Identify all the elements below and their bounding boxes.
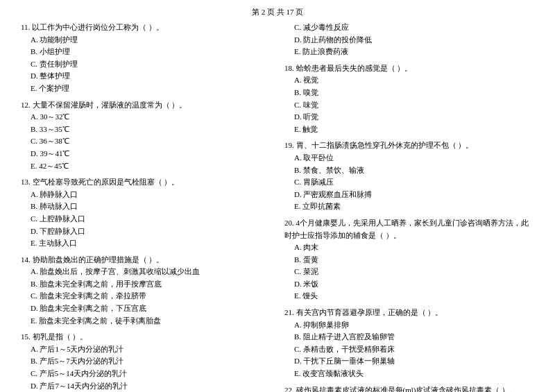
- option-row: E. 触觉: [294, 123, 534, 136]
- option-row: C. 胎盘未完全剥离之前，牵拉脐带: [31, 290, 271, 302]
- question-title-q11: 11. 以工作为中心进行岗位分工称为（ ）。: [21, 22, 271, 34]
- options-qr21: A. 抑制卵巢排卵B. 阻止精子进入宫腔及输卵管C. 杀精击败，干扰受精卵着床D…: [294, 319, 534, 380]
- question-block-qr20: 20. 4个月健康婴儿，先采用人工晒养，家长到儿童门诊咨询晒养方法，此时护士应指…: [284, 217, 534, 302]
- question-title-q12: 12. 大量不保留灌肠时，灌肠液的温度常为（ ）。: [21, 99, 271, 112]
- question-title-q13: 13. 空气栓塞导致死亡的原因是气栓阻塞（ ）。: [21, 176, 271, 189]
- question-block-q13: 13. 空气栓塞导致死亡的原因是气栓阻塞（ ）。A. 肺静脉入口B. 肺动脉入口…: [21, 176, 271, 250]
- option-row: D. 产后7～14天内分泌的乳汁: [31, 380, 271, 392]
- option-row: A. 肉末: [294, 241, 534, 254]
- option-row: E. 个案护理: [31, 83, 271, 95]
- right-column: C. 减少毒性反应D. 防止药物的投价降低E. 防止浪费药液18. 蛤蚧患者最后…: [284, 22, 534, 392]
- left-column: 11. 以工作为中心进行岗位分工称为（ ）。A. 功能制护理B. 小组护理C. …: [21, 22, 271, 392]
- option-row: D. 39～41℃: [31, 148, 271, 160]
- option-row: D. 米饭: [294, 278, 534, 291]
- option-row: C. 胃肠减压: [294, 176, 534, 189]
- option-row: C. 产后5～14天内分泌的乳汁: [31, 368, 271, 380]
- question-title-q14: 14. 协助胎盘娩出的正确护理措施是（ ）。: [21, 254, 271, 266]
- page-footer: 第 2 页 共 17 页: [21, 7, 534, 17]
- option-row: D. 胎盘未完全剥离之前，下压宫底: [31, 302, 271, 315]
- option-row: C. 味觉: [294, 99, 534, 112]
- options-q12: A. 30～32℃B. 33～35℃C. 36～38℃D. 39～41℃E. 4…: [31, 111, 271, 172]
- question-block-q15: 15. 初乳是指（ ）。A. 产后1～5天内分泌的乳汁B. 产后5～7天内分泌的…: [21, 331, 271, 392]
- option-row: B. 阻止精子进入宫腔及输卵管: [294, 331, 534, 343]
- question-title-qr20: 20. 4个月健康婴儿，先采用人工晒养，家长到儿童门诊咨询晒养方法，此时护士应指…: [284, 217, 534, 241]
- option-row: C. 杀精击败，干扰受精卵着床: [294, 343, 534, 356]
- question-block-qr18: 18. 蛤蚧患者最后失失的感觉是（ ）。A. 视觉B. 嗅觉C. 味觉D. 听觉…: [284, 62, 534, 136]
- options-q14: A. 胎盘娩出后，按摩子宫、刺激其收缩以减少出血B. 胎盘未完全剥离之前，用手按…: [31, 266, 271, 327]
- options-q11: A. 功能制护理B. 小组护理C. 责任制护理D. 整体护理E. 个案护理: [31, 34, 271, 95]
- option-row: C. 责任制护理: [31, 58, 271, 71]
- option-row: D. 下腔静脉入口: [31, 225, 271, 238]
- option-row: A. 抑制卵巢排卵: [294, 319, 534, 332]
- option-row: A. 肺静脉入口: [31, 189, 271, 201]
- question-block-qr21: 21. 有关宫内节育器避孕原理，正确的是（ ）。A. 抑制卵巢排卵B. 阻止精子…: [284, 307, 534, 380]
- question-title-qr21: 21. 有关宫内节育器避孕原理，正确的是（ ）。: [284, 307, 534, 319]
- option-row: E. 主动脉入口: [31, 237, 271, 250]
- option-row: B. 胎盘未完全剥离之前，用手按摩宫底: [31, 278, 271, 291]
- option-row: D. 干扰下丘脑一垂体一卵巢轴: [294, 355, 534, 368]
- options-q15: A. 产后1～5天内分泌的乳汁B. 产后5～7天内分泌的乳汁C. 产后5～14天…: [31, 343, 271, 392]
- option-row: E. 防止浪费药液: [294, 46, 534, 58]
- option-row: A. 取平卧位: [294, 152, 534, 164]
- option-row: C. 减少毒性反应: [294, 22, 534, 34]
- question-title-qr18: 18. 蛤蚧患者最后失失的感觉是（ ）。: [284, 62, 534, 75]
- question-block-qr17c: C. 减少毒性反应D. 防止药物的投价降低E. 防止浪费药液: [284, 22, 534, 58]
- option-row: D. 听觉: [294, 111, 534, 123]
- question-title-q15: 15. 初乳是指（ ）。: [21, 331, 271, 343]
- option-row: A. 视觉: [294, 74, 534, 87]
- question-block-q11: 11. 以工作为中心进行岗位分工称为（ ）。A. 功能制护理B. 小组护理C. …: [21, 22, 271, 95]
- option-row: B. 嗅觉: [294, 87, 534, 99]
- option-row: E. 馒头: [294, 290, 534, 302]
- question-title-qr22: 22. 破伤风抗毒素皮试液的标准是每(ml)皮试液含破伤风抗毒素（ ）。: [284, 384, 534, 392]
- option-row: E. 立即抗菌素: [294, 201, 534, 213]
- option-row: A. 30～32℃: [31, 111, 271, 123]
- options-qr18: A. 视觉B. 嗅觉C. 味觉D. 听觉E. 触觉: [294, 74, 534, 135]
- option-row: B. 禁食、禁饮、输液: [294, 164, 534, 177]
- option-row: C. 菜泥: [294, 266, 534, 278]
- option-row: A. 产后1～5天内分泌的乳汁: [31, 343, 271, 356]
- question-title-qr19: 19. 胃、十二指肠溃疡急性穿孔外休克的护理不包（ ）。: [284, 139, 534, 152]
- option-row: A. 胎盘娩出后，按摩子宫、刺激其收缩以减少出血: [31, 266, 271, 278]
- option-row: C. 36～38℃: [31, 135, 271, 148]
- options-qr19: A. 取平卧位B. 禁食、禁饮、输液C. 胃肠减压D. 严密观察血压和脉搏E. …: [294, 152, 534, 213]
- option-row: B. 产后5～7天内分泌的乳汁: [31, 355, 271, 368]
- main-content: 11. 以工作为中心进行岗位分工称为（ ）。A. 功能制护理B. 小组护理C. …: [21, 22, 534, 392]
- option-row: B. 肺动脉入口: [31, 201, 271, 213]
- question-block-q12: 12. 大量不保留灌肠时，灌肠液的温度常为（ ）。A. 30～32℃B. 33～…: [21, 99, 271, 173]
- option-row: B. 小组护理: [31, 46, 271, 58]
- option-row: E. 改变宫颈黏液状头: [294, 368, 534, 380]
- option-row: D. 整体护理: [31, 70, 271, 83]
- option-row: E. 胎盘未完全剥离之前，徒手剥离胎盘: [31, 315, 271, 327]
- question-block-q14: 14. 协助胎盘娩出的正确护理措施是（ ）。A. 胎盘娩出后，按摩子宫、刺激其收…: [21, 254, 271, 327]
- options-q13: A. 肺静脉入口B. 肺动脉入口C. 上腔静脉入口D. 下腔静脉入口E. 主动脉…: [31, 189, 271, 250]
- option-row: A. 功能制护理: [31, 34, 271, 46]
- question-block-qr19: 19. 胃、十二指肠溃疡急性穿孔外休克的护理不包（ ）。A. 取平卧位B. 禁食…: [284, 139, 534, 213]
- options-qr20: A. 肉末B. 蛋黄C. 菜泥D. 米饭E. 馒头: [294, 241, 534, 302]
- option-row: D. 防止药物的投价降低: [294, 34, 534, 46]
- option-row: B. 33～35℃: [31, 123, 271, 136]
- option-row: D. 严密观察血压和脉搏: [294, 189, 534, 201]
- option-row: B. 蛋黄: [294, 254, 534, 266]
- option-row: C. 上腔静脉入口: [31, 213, 271, 225]
- option-row: E. 42～45℃: [31, 160, 271, 173]
- options-qr17c: C. 减少毒性反应D. 防止药物的投价降低E. 防止浪费药液: [294, 22, 534, 58]
- question-block-qr22: 22. 破伤风抗毒素皮试液的标准是每(ml)皮试液含破伤风抗毒素（ ）。A. 5…: [284, 384, 534, 392]
